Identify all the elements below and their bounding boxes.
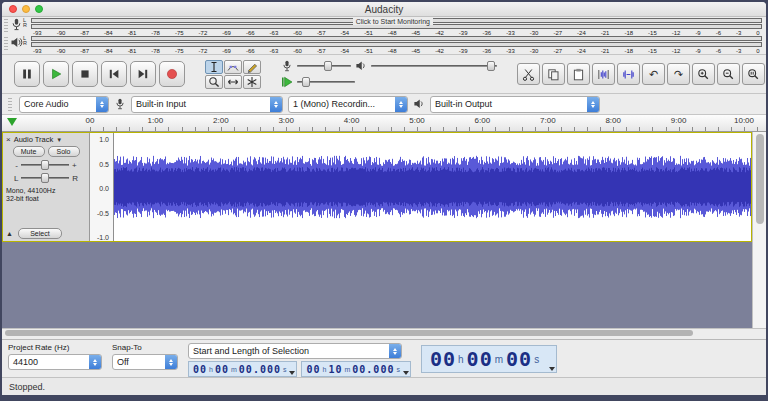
- fit-selection-button[interactable]: [742, 63, 765, 85]
- playback-speed-slider[interactable]: [297, 77, 355, 87]
- redo-button[interactable]: ↷: [667, 63, 690, 85]
- timeline-ticks: [90, 127, 766, 131]
- skip-to-end-button[interactable]: [130, 61, 156, 87]
- envelope-tool-button[interactable]: [224, 60, 242, 74]
- gain-minus-label: -: [15, 161, 18, 170]
- track-menu-arrow-icon[interactable]: ▼: [56, 137, 62, 143]
- audio-position-display[interactable]: 00 h 00 m 00 s: [421, 345, 557, 373]
- horizontal-scrollbar[interactable]: [2, 328, 766, 339]
- ibeam-icon: [208, 61, 220, 73]
- close-window-button[interactable]: [9, 5, 17, 13]
- recording-volume-slider[interactable]: [297, 61, 351, 71]
- track-format-line2: 32-bit float: [6, 195, 89, 203]
- clipboard-icon: [572, 68, 585, 81]
- cut-button[interactable]: [517, 63, 540, 85]
- solo-button[interactable]: Solo: [48, 146, 80, 157]
- magnifier-icon: [208, 76, 220, 88]
- popup-arrows-icon: [165, 355, 177, 369]
- playback-meter-bars: [31, 36, 762, 47]
- record-icon: [166, 68, 178, 80]
- record-meter[interactable]: L R Click to Start Monitoring -93-90-87-…: [4, 18, 762, 36]
- redo-icon: ↷: [674, 69, 683, 80]
- length-hours: 00: [306, 364, 320, 375]
- track-collapse-button[interactable]: ▲: [6, 230, 13, 237]
- record-button[interactable]: [159, 61, 185, 87]
- undo-icon: ↶: [649, 69, 658, 80]
- popup-arrows-icon: [395, 97, 407, 112]
- field-dropdown-arrow-icon[interactable]: [289, 371, 295, 375]
- waveform-canvas[interactable]: [114, 133, 751, 241]
- timeline-ruler[interactable]: 001:002:003:004:005:006:007:008:009:0010…: [2, 115, 766, 132]
- minutes-unit: m: [231, 366, 237, 373]
- pan-left-label: L: [14, 174, 18, 183]
- monitor-prompt[interactable]: Click to Start Monitoring: [353, 18, 433, 25]
- project-rate-value: 44100: [9, 357, 89, 367]
- recording-device-select[interactable]: Built-in Input: [131, 96, 283, 113]
- hours-unit: h: [323, 366, 327, 373]
- zoom-window-button[interactable]: [35, 5, 43, 13]
- field-dropdown-arrow-icon[interactable]: [549, 367, 555, 371]
- position-hours: 00: [430, 347, 456, 371]
- vertical-ruler-labels: 1.00.50.0-0.5-1.0: [90, 139, 111, 241]
- skip-to-start-button[interactable]: [101, 61, 127, 87]
- silence-audio-icon: [622, 68, 635, 81]
- playback-volume-slider[interactable]: [371, 61, 497, 71]
- minutes-unit: m: [495, 354, 503, 365]
- snap-to-select[interactable]: Off: [112, 354, 178, 370]
- copy-button[interactable]: [542, 63, 565, 85]
- meter-bar: [31, 42, 762, 47]
- play-button[interactable]: [43, 61, 69, 87]
- drag-handle[interactable]: [4, 19, 8, 33]
- recording-channels-select[interactable]: 1 (Mono) Recordin...: [288, 96, 408, 113]
- pause-button[interactable]: [14, 61, 40, 87]
- zoom-tool-button[interactable]: [205, 75, 223, 89]
- timeline-pin-icon[interactable]: [7, 118, 17, 126]
- zoom-out-button[interactable]: [717, 63, 740, 85]
- minimize-window-button[interactable]: [22, 5, 30, 13]
- timeshift-tool-button[interactable]: [224, 75, 242, 89]
- undo-button[interactable]: ↶: [642, 63, 665, 85]
- paste-button[interactable]: [567, 63, 590, 85]
- pan-slider[interactable]: [21, 173, 69, 183]
- zoom-in-button[interactable]: [692, 63, 715, 85]
- track-select-button[interactable]: Select: [18, 228, 62, 239]
- drag-handle[interactable]: [4, 37, 8, 51]
- copy-icon: [547, 68, 560, 81]
- selection-start-field[interactable]: 00 h 00 m 00.000 s: [188, 361, 297, 377]
- multi-tool-button[interactable]: [243, 75, 261, 89]
- playback-device-value: Built-in Output: [431, 99, 587, 109]
- field-dropdown-arrow-icon[interactable]: [403, 371, 409, 375]
- envelope-icon: [227, 61, 239, 73]
- channel-label-right: R: [23, 41, 31, 46]
- playback-device-select[interactable]: Built-in Output: [430, 96, 600, 113]
- audacity-window: Audacity L R Click to Start Monitoring -…: [2, 2, 766, 395]
- waveform-clip[interactable]: [114, 133, 751, 241]
- play-at-speed-icon[interactable]: [281, 76, 293, 88]
- silence-audio-button[interactable]: [617, 63, 640, 85]
- track-close-button[interactable]: ×: [6, 135, 11, 144]
- trim-audio-button[interactable]: [592, 63, 615, 85]
- selection-mode-select[interactable]: Start and Length of Selection: [188, 343, 402, 359]
- drag-handle[interactable]: [8, 98, 12, 112]
- draw-tool-button[interactable]: [243, 60, 261, 74]
- gain-slider[interactable]: [21, 160, 69, 170]
- vertical-scrollbar[interactable]: [752, 132, 766, 328]
- status-text: Stopped.: [9, 382, 45, 392]
- vertical-ruler[interactable]: 1.00.50.0-0.5-1.0: [90, 133, 114, 241]
- playback-meter[interactable]: L R -93-90-87-84-81-78-75-72-69-66-63-60…: [4, 36, 762, 54]
- horizontal-scrollbar-thumb[interactable]: [5, 330, 693, 336]
- seconds-unit: s: [283, 366, 287, 373]
- project-rate-select[interactable]: 44100: [8, 354, 102, 370]
- audio-track[interactable]: × Audio Track ▼ Mute Solo - + L R: [2, 132, 752, 242]
- minutes-unit: m: [344, 366, 350, 373]
- track-area: × Audio Track ▼ Mute Solo - + L R: [2, 132, 766, 328]
- vertical-scrollbar-thumb[interactable]: [756, 134, 764, 224]
- popup-arrows-icon: [89, 355, 101, 369]
- selection-tool-button[interactable]: [205, 60, 223, 74]
- selection-length-field[interactable]: 00 h 10 m 00.000 s: [301, 361, 410, 377]
- stop-button[interactable]: [72, 61, 98, 87]
- fit-selection-icon: [747, 68, 760, 81]
- microphone-icon: [281, 60, 293, 72]
- mute-button[interactable]: Mute: [13, 146, 45, 157]
- audio-host-select[interactable]: Core Audio: [19, 96, 109, 113]
